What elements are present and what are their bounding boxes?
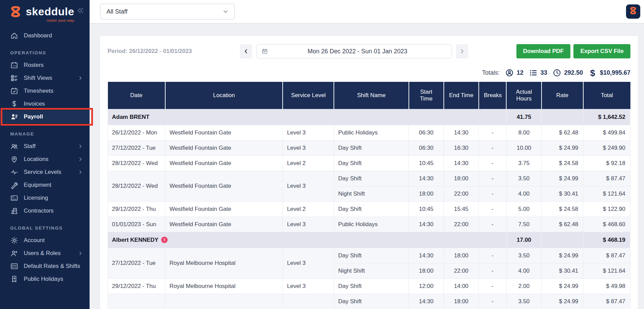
column-header-breaks: Breaks [479, 82, 507, 109]
breaks-cell: - [479, 171, 507, 186]
total-cell: $ 121.64 [583, 263, 630, 278]
date-range-input[interactable]: Mon 26 Dec 2022 - Sun 01 Jan 2023 [256, 44, 452, 58]
total-cell: $ 499.84 [583, 125, 630, 140]
chevron-right-icon [77, 250, 83, 256]
rate-cell: $ 30.41 [542, 263, 583, 278]
sidebar-item-rosters[interactable]: Rosters [0, 59, 90, 72]
staff-filter-select[interactable]: All Staff [100, 4, 235, 19]
sidebar-item-shift-views[interactable]: Shift Views [0, 72, 90, 85]
sidebar-item-label: Dashboard [24, 32, 52, 39]
sidebar: skeddule roster your way DashboardOPERAT… [0, 0, 90, 309]
sidebar-item-invoices[interactable]: Invoices [0, 97, 90, 110]
start-time-cell: 12:00 [409, 278, 444, 294]
table-row: 28/12/2022 - WedWestfield Fountain GateL… [108, 156, 630, 171]
totals-hours: 292.50 [553, 69, 583, 77]
total-cell: $ 92.18 [583, 156, 630, 171]
clock-icon [553, 69, 561, 77]
sidebar-item-default-rates-shifts[interactable]: Default Rates & Shifts [0, 260, 90, 273]
sidebar-item-staff[interactable]: Staff [0, 140, 90, 153]
service-levels-icon [10, 168, 18, 176]
brand-tagline: roster your way [26, 18, 74, 22]
sidebar-item-licensing[interactable]: Licensing [0, 192, 90, 204]
table-row: 28/12/2022 - WedWestfield Fountain GateL… [108, 171, 630, 186]
breaks-cell: - [479, 248, 507, 263]
column-header-date: Date [108, 82, 165, 109]
totals-shifts: 33 [529, 69, 547, 77]
sidebar-item-account[interactable]: Account [0, 234, 90, 247]
sidebar-item-locations[interactable]: Locations [0, 153, 90, 166]
header-row: DateLocationService LevelShift NameStart… [108, 82, 630, 109]
sidebar-item-service-levels[interactable]: Service Levels [0, 166, 90, 179]
sidebar-item-label: Equipment [24, 182, 51, 188]
total-cell: $ 249.90 [583, 140, 630, 156]
group-name-cell: Albert KENNEDY! [108, 232, 507, 248]
section-heading: MANAGE [0, 123, 90, 140]
sidebar-item-label: Timesheets [24, 88, 53, 94]
download-pdf-button[interactable]: Download PDF [516, 44, 571, 58]
column-header-actual-hours: Actual Hours [506, 82, 541, 109]
sidebar-item-public-holidays[interactable]: Public Holidays [0, 273, 90, 286]
sidebar-nav: DashboardOPERATIONSRostersShift ViewsTim… [0, 29, 90, 286]
table-row: 29/12/2022 - ThuWestfield Fountain GateL… [108, 201, 630, 217]
rate-cell: $ 24.99 [542, 140, 583, 156]
location-cell: Westfield Fountain Gate [165, 171, 283, 201]
sidebar-collapse-icon[interactable] [76, 6, 85, 15]
dollar-icon: $ [588, 69, 597, 77]
totals-staff-value: 12 [517, 69, 524, 76]
export-csv-button[interactable]: Export CSV File [573, 44, 630, 58]
location-cell: Royal Melbourne Hospital [165, 278, 283, 294]
breaks-cell: - [479, 278, 507, 294]
group-hours-cell: 41.75 [506, 109, 541, 125]
breaks-cell: - [479, 294, 507, 309]
actual-hours-cell: 3.50 [506, 294, 541, 309]
rate-cell: $ 24.99 [542, 278, 583, 294]
sidebar-item-label: Rosters [24, 62, 44, 69]
table-row: 27/12/2022 - TueWestfield Fountain GateL… [108, 140, 630, 156]
breaks-cell: - [479, 201, 507, 217]
actual-hours-cell: 4.00 [506, 263, 541, 278]
app-logo: skeddule roster your way [0, 0, 90, 22]
location-cell: Royal Melbourne Hospital [165, 248, 283, 278]
start-time-cell: 18:00 [409, 186, 444, 201]
totals-bar: Totals: 12 33 292.50 [108, 69, 630, 77]
sidebar-item-label: Payroll [24, 113, 43, 120]
start-time-cell: 10:45 [409, 156, 444, 171]
total-cell: $ 87.47 [583, 171, 630, 186]
group-row: Adam BRENT41.75$ 1,642.52 [108, 109, 630, 125]
breaks-cell: - [479, 186, 507, 201]
next-period-button[interactable] [456, 44, 468, 58]
alert-icon[interactable]: ! [161, 237, 168, 243]
service-level-cell: Level 3 [283, 171, 334, 201]
account-logo-button[interactable] [626, 4, 640, 19]
payroll-icon [10, 113, 18, 121]
topbar: All Staff [90, 0, 644, 23]
breaks-cell: - [479, 156, 507, 171]
previous-period-button[interactable] [240, 44, 252, 58]
sidebar-item-dashboard[interactable]: Dashboard [0, 29, 90, 42]
sidebar-item-label: Staff [24, 143, 36, 150]
actual-hours-cell: 4.00 [506, 186, 541, 201]
shift-name-cell: Public Holidays [334, 125, 409, 140]
sidebar-item-timesheets[interactable]: Timesheets [0, 85, 90, 97]
section-heading: GLOBAL SETTINGS [0, 217, 90, 234]
start-time-cell: 18:00 [409, 263, 444, 278]
service-level-cell: Level 3 [283, 217, 334, 232]
sidebar-item-payroll[interactable]: Payroll [0, 110, 90, 123]
group-row: Albert KENNEDY!17.00$ 468.19 [108, 232, 630, 248]
date-cell [108, 294, 165, 309]
list-icon [529, 69, 537, 77]
shift-name-cell: Day Shift [334, 156, 409, 171]
column-header-total: Total [583, 82, 630, 109]
actual-hours-cell: 3.50 [506, 171, 541, 186]
totals-staff: 12 [505, 69, 524, 77]
shift-name-cell: Night Shift [334, 186, 409, 201]
sidebar-item-equipment[interactable]: Equipment [0, 179, 90, 192]
staff-icon [10, 142, 18, 150]
sidebar-item-contractors[interactable]: Contractors [0, 204, 90, 217]
sidebar-item-label: Users & Roles [24, 250, 61, 257]
shift-name-cell: Day Shift [334, 171, 409, 186]
date-cell: 29/12/2022 - Thu [108, 201, 165, 217]
sidebar-item-users-roles[interactable]: Users & Roles [0, 247, 90, 260]
actual-hours-cell: 7.50 [506, 217, 541, 232]
contractors-icon [10, 207, 18, 215]
